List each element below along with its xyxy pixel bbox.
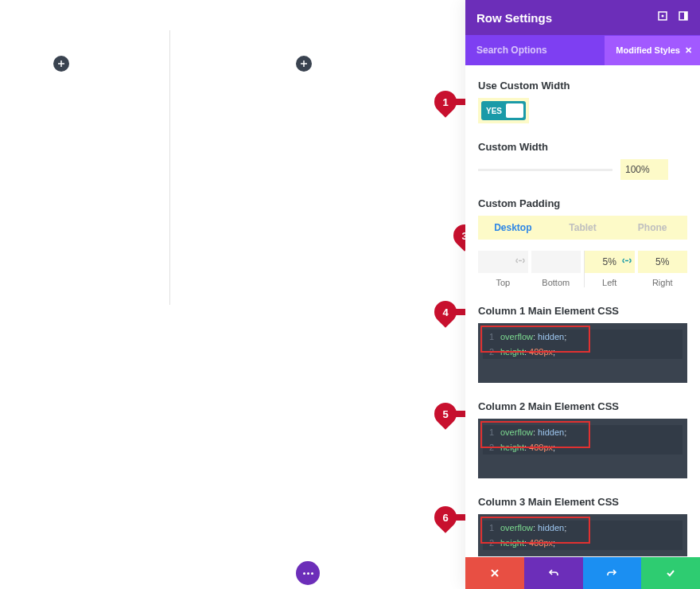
panel-subbar: Search Options Modified Styles ✕ <box>465 35 700 65</box>
close-icon <box>489 568 500 579</box>
callout-number: 5 <box>434 403 457 425</box>
custom-width-slider[interactable] <box>478 169 612 171</box>
column-divider <box>169 30 170 305</box>
setting-label: Custom Padding <box>478 197 687 209</box>
padding-side-label: Left <box>585 278 635 287</box>
panel-header: Row Settings <box>465 0 700 35</box>
snap-right-icon[interactable] <box>678 10 689 25</box>
setting-col3-css: Column 3 Main Element CSS 1overflow: hid… <box>478 496 687 556</box>
callout-number: 1 <box>434 91 457 113</box>
save-button[interactable] <box>641 557 700 589</box>
setting-col1-css: Column 1 Main Element CSS 1overflow: hid… <box>478 305 687 383</box>
padding-top-input[interactable] <box>478 251 528 273</box>
check-icon <box>665 568 676 579</box>
link-icon[interactable] <box>622 256 632 268</box>
col1-css-editor[interactable]: 1overflow: hidden; 2height: 400px; <box>478 323 687 383</box>
page-settings-fab[interactable] <box>296 561 320 585</box>
close-icon[interactable]: ✕ <box>685 45 692 56</box>
undo-icon <box>548 568 559 579</box>
search-options-label[interactable]: Search Options <box>476 45 547 56</box>
settings-panel: Row Settings Search Options Modified Sty… <box>465 0 700 589</box>
callout-number: 4 <box>434 301 457 323</box>
dots-icon <box>303 572 305 575</box>
callout-marker: 1 <box>434 91 469 113</box>
panel-body: Use Custom Width YES Custom Width 100% C… <box>465 65 700 557</box>
redo-button[interactable] <box>583 557 642 589</box>
padding-side-label: Bottom <box>531 278 581 287</box>
setting-label: Custom Width <box>478 141 687 153</box>
col3-css-editor[interactable]: 1overflow: hidden; 2height: 400px; <box>478 514 687 556</box>
padding-right-input[interactable]: 5% <box>638 251 688 273</box>
expand-icon[interactable] <box>657 10 668 25</box>
setting-use-custom-width: Use Custom Width YES <box>478 80 687 123</box>
cancel-button[interactable] <box>465 557 524 589</box>
responsive-tabs: Desktop Tablet Phone <box>478 216 687 240</box>
svg-point-1 <box>662 15 664 18</box>
padding-side-label: Top <box>478 278 528 287</box>
link-icon[interactable] <box>515 256 525 268</box>
plus-icon <box>57 60 65 68</box>
setting-custom-padding: Custom Padding Desktop Tablet Phone Top … <box>478 197 687 287</box>
callout-marker: 5 <box>434 403 469 425</box>
setting-col2-css: Column 2 Main Element CSS 1overflow: hid… <box>478 400 687 478</box>
callout-marker: 4 <box>434 301 469 323</box>
tab-tablet[interactable]: Tablet <box>548 216 618 240</box>
svg-rect-3 <box>684 12 687 20</box>
setting-label: Column 2 Main Element CSS <box>478 400 687 412</box>
callout-number: 6 <box>434 506 457 529</box>
col2-css-editor[interactable]: 1overflow: hidden; 2height: 400px; <box>478 419 687 478</box>
padding-bottom-input[interactable] <box>531 251 581 273</box>
setting-custom-width: Custom Width 100% <box>478 141 687 180</box>
tab-phone[interactable]: Phone <box>617 216 687 240</box>
add-module-button[interactable] <box>53 56 69 72</box>
padding-side-label: Right <box>638 278 688 287</box>
padding-left-input[interactable]: 5% <box>585 251 635 273</box>
toggle-use-custom-width[interactable]: YES <box>481 101 526 120</box>
panel-title: Row Settings <box>476 11 552 25</box>
setting-label: Column 1 Main Element CSS <box>478 305 687 317</box>
modified-styles-filter[interactable]: Modified Styles ✕ <box>605 36 700 65</box>
setting-label: Column 3 Main Element CSS <box>478 496 687 508</box>
callout-marker: 6 <box>434 506 469 529</box>
redo-icon <box>606 568 617 579</box>
plus-icon <box>300 60 308 68</box>
tab-desktop[interactable]: Desktop <box>478 216 548 240</box>
add-module-button[interactable] <box>296 56 312 72</box>
custom-width-input[interactable]: 100% <box>620 159 668 180</box>
setting-label: Use Custom Width <box>478 80 687 92</box>
builder-canvas <box>0 0 461 589</box>
panel-footer <box>465 557 700 589</box>
undo-button[interactable] <box>524 557 583 589</box>
